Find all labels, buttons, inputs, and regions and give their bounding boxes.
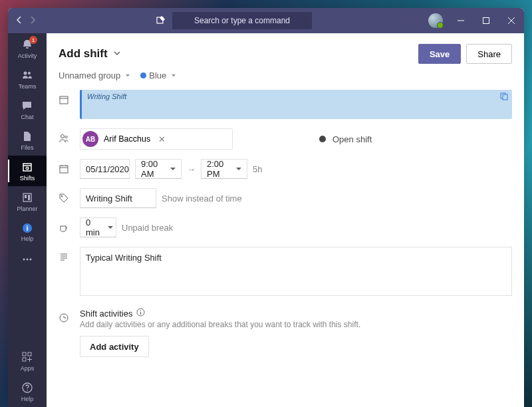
sidebar-item-more[interactable] bbox=[8, 247, 47, 271]
calendar-icon bbox=[59, 90, 69, 104]
share-button[interactable]: Share bbox=[466, 44, 512, 64]
svg-rect-21 bbox=[60, 96, 68, 104]
remove-person-icon[interactable]: ✕ bbox=[156, 134, 168, 144]
break-type-label: Unpaid break bbox=[122, 223, 173, 233]
subheader: Unnamed group Blue bbox=[47, 70, 524, 87]
date-input[interactable]: 05/11/2020 bbox=[80, 159, 130, 179]
end-time-select[interactable]: 2:00 PM bbox=[201, 159, 247, 179]
forward-button[interactable] bbox=[28, 15, 37, 27]
svg-rect-8 bbox=[23, 194, 31, 202]
svg-rect-16 bbox=[23, 352, 26, 356]
color-dropdown[interactable]: Blue bbox=[140, 70, 176, 80]
break-icon bbox=[59, 217, 69, 232]
person-chip[interactable]: AB Arif Bacchus ✕ bbox=[80, 128, 233, 150]
clock-icon bbox=[59, 308, 69, 323]
title-chevron-icon[interactable] bbox=[113, 48, 121, 60]
svg-point-14 bbox=[27, 259, 29, 261]
sidebar-label: Help bbox=[21, 396, 34, 402]
sidebar-item-activity[interactable]: 1 Activity bbox=[8, 33, 47, 64]
open-shift-toggle[interactable]: Open shift bbox=[319, 134, 372, 144]
duration-label: 5h bbox=[253, 164, 262, 174]
save-button[interactable]: Save bbox=[418, 44, 461, 64]
sidebar-item-help-top[interactable]: i Help bbox=[8, 217, 47, 247]
sidebar-label: Planner bbox=[17, 205, 37, 212]
open-shift-dot-icon bbox=[319, 136, 326, 142]
minimize-button[interactable] bbox=[448, 8, 473, 33]
group-dropdown[interactable]: Unnamed group bbox=[59, 70, 130, 80]
sidebar-item-help[interactable]: Help bbox=[8, 376, 47, 407]
activities-subtext: Add daily activities or any additional b… bbox=[80, 320, 512, 329]
sidebar-label: Teams bbox=[19, 83, 37, 90]
svg-point-38 bbox=[140, 310, 142, 311]
close-button[interactable] bbox=[499, 8, 524, 33]
sidebar-label: Activity bbox=[18, 53, 37, 59]
tag-icon bbox=[59, 188, 69, 203]
shift-preview-title: Writing Shift bbox=[87, 92, 126, 100]
svg-point-3 bbox=[24, 71, 27, 74]
notes-icon bbox=[59, 247, 69, 261]
svg-rect-27 bbox=[60, 166, 68, 173]
sidebar-label: Shifts bbox=[20, 175, 35, 182]
sidebar-label: Files bbox=[21, 144, 33, 151]
label-input[interactable]: Writing Shift bbox=[80, 188, 156, 208]
sidebar-item-teams[interactable]: Teams bbox=[8, 64, 47, 94]
svg-point-31 bbox=[61, 196, 63, 197]
person-icon bbox=[59, 128, 69, 143]
info-icon[interactable] bbox=[136, 308, 145, 319]
svg-point-13 bbox=[23, 259, 25, 261]
content-area: Add shift Save Share Unnamed group Blue bbox=[47, 33, 524, 407]
teams-window: Search or type a command 1 Activity Team… bbox=[8, 8, 524, 407]
svg-rect-9 bbox=[25, 195, 27, 198]
sidebar-item-apps[interactable]: Apps bbox=[8, 346, 47, 376]
svg-rect-2 bbox=[483, 18, 489, 24]
page-header: Add shift Save Share bbox=[47, 33, 524, 70]
sidebar-label: Help bbox=[21, 235, 34, 242]
break-duration-select[interactable]: 0 min bbox=[80, 217, 116, 237]
svg-point-4 bbox=[28, 72, 31, 74]
start-time-select[interactable]: 9:00 AM bbox=[135, 159, 182, 179]
page-title: Add shift bbox=[59, 47, 108, 61]
svg-rect-17 bbox=[28, 352, 31, 356]
svg-point-26 bbox=[65, 136, 67, 138]
svg-rect-10 bbox=[28, 195, 30, 200]
svg-rect-18 bbox=[23, 358, 26, 361]
compose-icon[interactable] bbox=[151, 10, 171, 32]
activities-title: Shift activities bbox=[80, 308, 512, 319]
sidebar-item-files[interactable]: Files bbox=[8, 125, 47, 156]
sidebar-item-planner[interactable]: Planner bbox=[8, 186, 47, 217]
maximize-button[interactable] bbox=[473, 8, 499, 33]
sidebar-item-shifts[interactable]: Shifts bbox=[8, 156, 47, 186]
add-activity-button[interactable]: Add activity bbox=[80, 336, 149, 357]
date-icon bbox=[59, 159, 69, 174]
shift-preview-card[interactable]: Writing Shift bbox=[80, 90, 512, 119]
arrow-right-icon: → bbox=[187, 164, 196, 174]
app-rail: 1 Activity Teams Chat Files Shifts Pl bbox=[8, 33, 47, 407]
search-input[interactable]: Search or type a command bbox=[172, 12, 312, 29]
svg-point-25 bbox=[61, 135, 65, 138]
svg-rect-24 bbox=[503, 94, 507, 100]
search-placeholder: Search or type a command bbox=[194, 16, 290, 25]
back-button[interactable] bbox=[15, 15, 24, 27]
person-name: Arif Bacchus bbox=[104, 134, 150, 144]
person-initials: AB bbox=[82, 131, 98, 147]
user-avatar[interactable] bbox=[428, 13, 443, 28]
svg-text:i: i bbox=[26, 224, 28, 232]
sidebar-item-chat[interactable]: Chat bbox=[8, 94, 47, 125]
notes-textarea[interactable] bbox=[80, 247, 512, 296]
sidebar-label: Apps bbox=[21, 365, 35, 372]
sidebar-label: Chat bbox=[21, 114, 33, 120]
svg-point-20 bbox=[27, 389, 28, 390]
activity-badge: 1 bbox=[29, 36, 37, 44]
svg-point-15 bbox=[30, 259, 32, 261]
nav-buttons bbox=[8, 15, 44, 27]
copy-icon[interactable] bbox=[500, 92, 508, 102]
titlebar: Search or type a command bbox=[8, 8, 524, 33]
show-instead-label: Show instead of time bbox=[162, 194, 242, 204]
color-dot-icon bbox=[140, 72, 146, 78]
